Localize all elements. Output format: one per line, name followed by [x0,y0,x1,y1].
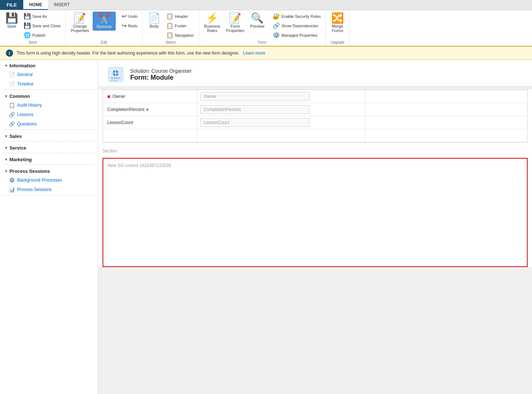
section-label: Section [98,146,532,155]
undo-button[interactable]: ↩ Undo [120,12,139,21]
show-dependencies-label: Show Dependencies [281,24,318,28]
general-label: General [17,72,33,77]
sidebar-section-service: ▼ Service [0,142,98,152]
save-as-button[interactable]: 💾 Save As [22,12,63,21]
completion-percent-field[interactable] [197,103,365,116]
lesson-count-input[interactable] [200,118,309,127]
undo-icon: ↩ [122,13,127,20]
sidebar: ▼ Information 📄 General 📄 Timeline ▼ Com… [0,60,98,394]
form-header-icon [107,66,124,83]
sidebar-section-common: ▼ Common [0,91,98,100]
upgrade-group-label: Upgrade [329,40,346,45]
info-icon: i [6,49,13,57]
lesson-count-field[interactable] [197,116,365,129]
tab-home[interactable]: HOME [23,0,48,10]
save-close-button[interactable]: 💾 Save and Close [22,21,63,30]
sidebar-item-audit-history[interactable]: 📋 Audit History [0,100,98,110]
managed-properties-button[interactable]: ⚙️ Managed Properties [271,31,323,40]
change-properties-button[interactable]: 📝 ChangeProperties [69,12,91,34]
footer-icon: 📋 [166,22,173,29]
save-group-label: Save [3,40,63,45]
save-close-label: Save and Close [32,24,61,28]
form-label-text: Form: [130,74,149,81]
save-col: 💾 Save As 💾 Save and Close 🌐 Publish [22,12,63,40]
navigation-icon: 📋 [166,32,173,39]
info-banner: i This form is using high density header… [0,47,532,60]
lesson-count-row: LessonCount [103,116,527,129]
header-icon: 📋 [166,13,173,20]
ribbon: 💾 Save 💾 Save As 💾 Save and Close 🌐 Publ… [0,10,532,47]
sidebar-item-general[interactable]: 📄 General [0,70,98,79]
save-icon: 💾 [5,13,18,23]
save-label: Save [7,24,16,28]
owner-row: ■ Owner [103,90,527,103]
sidebar-item-timeline[interactable]: 📄 Timeline [0,79,98,89]
information-arrow: ▼ [4,64,8,68]
header-footer-col: 📋 Header 📋 Footer 📋 Navigation [164,12,196,40]
sidebar-item-questions[interactable]: 🔗 Questions [0,119,98,129]
preview-button[interactable]: 🔍 Preview [248,12,267,30]
header-button[interactable]: 📋 Header [164,12,196,21]
process-sessions-label: Process Sessions [9,168,50,174]
sales-label: Sales [9,134,22,139]
enable-security-icon: 🔐 [273,13,280,20]
change-props-label: ChangeProperties [71,24,89,33]
show-dependencies-button[interactable]: 🔗 Show Dependencies [271,21,323,30]
enable-security-label: Enable Security Roles [281,14,321,19]
form-properties-button[interactable]: 📝 FormProperties [224,12,247,34]
completion-percent-row: CompletionPercent + [103,103,527,116]
sidebar-item-background-processes[interactable]: ⚙️ Background Processes [0,175,98,185]
completion-plus-icon: + [146,107,149,112]
sg-control-area[interactable]: New SG control 1632487232839 [103,158,528,267]
form-properties-icon: 📝 [229,13,241,23]
audit-history-icon: 📋 [9,102,15,108]
edit-group-label: Edit [69,40,139,45]
business-rules-label: BusinessRules [204,24,220,33]
info-text: This form is using high density header. … [17,51,239,56]
redo-label: Redo [128,24,137,28]
body-label: Body [150,24,159,28]
common-arrow: ▼ [4,94,8,98]
sidebar-item-process-sessions[interactable]: 📊 Process Sessions [0,185,98,194]
sidebar-section-sales: ▼ Sales [0,131,98,140]
security-col: 🔐 Enable Security Roles 🔗 Show Dependenc… [271,12,323,40]
form-name-bold: Module [151,74,173,81]
undo-label: Undo [128,14,137,19]
fields-section: ■ Owner CompletionPercent + [103,89,528,143]
process-sessions-arrow: ▼ [4,169,8,173]
header-label: Header [175,14,188,19]
tab-file[interactable]: FILE [0,0,23,10]
learn-more-link[interactable]: Learn more [243,51,265,56]
save-as-label: Save As [32,14,47,19]
form-header-text: Solution: Course Organiser Form: Module [130,68,192,81]
content-area: Solution: Course Organiser Form: Module … [98,60,532,394]
publish-label: Publish [32,33,45,37]
body-button[interactable]: 📄 Body [145,12,163,30]
merge-forms-button[interactable]: 🔀 MergeForms [329,12,346,34]
publish-button[interactable]: 🌐 Publish [22,31,63,40]
timeline-icon: 📄 [9,81,15,87]
business-rules-button[interactable]: ⚡ BusinessRules [202,12,223,34]
completion-field-right [365,103,527,116]
enable-security-button[interactable]: 🔐 Enable Security Roles [271,12,323,21]
ribbon-select-content: 📄 Body 📋 Header 📋 Footer 📋 Navigation [145,12,196,40]
preview-icon: 🔍 [251,13,264,23]
redo-button[interactable]: ↪ Redo [120,21,139,30]
tab-insert[interactable]: INSERT [48,0,76,10]
select-group-label: Select [145,40,196,45]
svg-rect-5 [111,80,118,81]
owner-field-right [365,90,527,103]
owner-input[interactable] [200,92,309,101]
footer-button[interactable]: 📋 Footer [164,21,196,30]
sg-control-text: New SG control 1632487232839 [108,163,523,168]
common-label: Common [9,93,30,99]
remove-button[interactable]: ✂️ Remove [93,12,116,31]
form-name: Form: Module [130,74,192,81]
business-rules-icon: ⚡ [206,13,219,23]
save-button[interactable]: 💾 Save [3,12,20,30]
completion-percent-input[interactable] [200,105,309,114]
owner-field[interactable] [197,90,365,103]
form-header: Solution: Course Organiser Form: Module [98,60,532,87]
sidebar-item-lessons[interactable]: 🔗 Lessons [0,110,98,119]
navigation-button[interactable]: 📋 Navigation [164,31,196,40]
